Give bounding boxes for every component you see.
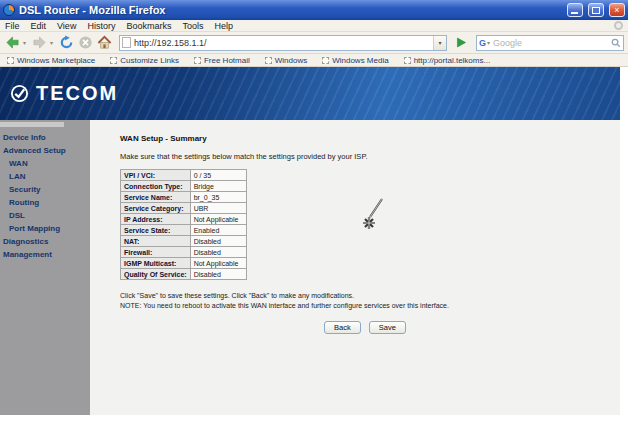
search-box[interactable]: G ▾ bbox=[476, 35, 624, 51]
sidebar-item-port-mapping[interactable]: Port Mapping bbox=[0, 222, 90, 235]
row-label: Service Category: bbox=[121, 203, 191, 214]
bookmark-free-hotmail[interactable]: Free Hotmail bbox=[194, 56, 250, 65]
row-label: Quality Of Service: bbox=[121, 269, 191, 280]
table-row: IP Address:Not Applicable bbox=[121, 214, 247, 225]
reload-icon bbox=[59, 35, 74, 50]
bookmark-icon bbox=[265, 57, 272, 64]
firefox-icon bbox=[3, 4, 15, 16]
browser-window: DSL Router - Mozilla Firefox × File Edit… bbox=[0, 0, 628, 423]
back-dropdown-button[interactable]: ▾ bbox=[23, 39, 29, 46]
menu-history[interactable]: History bbox=[87, 20, 115, 32]
restore-icon bbox=[592, 7, 600, 14]
google-logo-icon: G bbox=[479, 38, 486, 48]
throbber-icon bbox=[614, 21, 623, 30]
row-label: VPI / VCI: bbox=[121, 170, 191, 181]
row-label: IP Address: bbox=[121, 214, 191, 225]
menu-edit[interactable]: Edit bbox=[31, 20, 47, 32]
bookmark-portal-telkoms[interactable]: http://portal.telkoms... bbox=[404, 56, 490, 65]
stop-icon bbox=[78, 35, 93, 50]
back-page-button[interactable]: Back bbox=[324, 321, 361, 334]
table-row: Service Category:UBR bbox=[121, 203, 247, 214]
sidebar-item-device-info[interactable]: Device Info bbox=[0, 131, 90, 144]
bookmark-windows-marketplace[interactable]: Windows Marketplace bbox=[7, 56, 95, 65]
sidebar-item-security[interactable]: Security bbox=[0, 183, 90, 196]
reload-button[interactable] bbox=[58, 34, 75, 51]
bookmark-icon bbox=[110, 57, 117, 64]
table-row: Service State:Enabled bbox=[121, 225, 247, 236]
bookmark-windows-media[interactable]: Windows Media bbox=[322, 56, 388, 65]
table-row: Quality Of Service:Disabled bbox=[121, 269, 247, 280]
row-value: 0 / 35 bbox=[190, 170, 246, 181]
menu-bar: File Edit View History Bookmarks Tools H… bbox=[0, 20, 628, 32]
table-row: NAT:Disabled bbox=[121, 236, 247, 247]
minimize-icon bbox=[571, 12, 578, 14]
forward-button[interactable] bbox=[31, 34, 48, 51]
bookmark-customize-links[interactable]: Customize Links bbox=[110, 56, 179, 65]
sidebar-item-dsl[interactable]: DSL bbox=[0, 209, 90, 222]
row-value: Disabled bbox=[190, 236, 246, 247]
note-line-1: Click "Save" to save these settings. Cli… bbox=[120, 291, 620, 301]
intro-text: Make sure that the settings below match … bbox=[120, 152, 620, 161]
back-arrow-icon bbox=[5, 35, 20, 50]
title-bar: DSL Router - Mozilla Firefox × bbox=[0, 0, 628, 20]
menu-file[interactable]: File bbox=[5, 20, 20, 32]
row-value: Bridge bbox=[190, 181, 246, 192]
url-dropdown-button[interactable]: ▾ bbox=[433, 36, 446, 50]
go-button[interactable] bbox=[453, 34, 470, 51]
bookmark-label: Customize Links bbox=[120, 56, 179, 65]
close-button[interactable]: × bbox=[609, 3, 625, 17]
url-input[interactable] bbox=[134, 38, 433, 48]
page-viewport: TECOM Device Info Advanced Setup WAN LAN… bbox=[0, 67, 620, 415]
sidebar-tab bbox=[0, 122, 64, 127]
row-label: Connection Type: bbox=[121, 181, 191, 192]
row-value: Not Applicable bbox=[190, 214, 246, 225]
row-value: Enabled bbox=[190, 225, 246, 236]
sidebar-item-advanced-setup[interactable]: Advanced Setup bbox=[0, 144, 90, 157]
bookmark-label: Windows Media bbox=[332, 56, 388, 65]
home-icon bbox=[97, 35, 112, 50]
sidebar-item-management[interactable]: Management bbox=[0, 248, 90, 261]
note-line-2: NOTE: You need to reboot to activate thi… bbox=[120, 301, 620, 311]
sidebar-item-routing[interactable]: Routing bbox=[0, 196, 90, 209]
menu-help[interactable]: Help bbox=[214, 20, 233, 32]
table-row: Connection Type:Bridge bbox=[121, 181, 247, 192]
brand-name: TECOM bbox=[36, 82, 118, 105]
row-label: Service Name: bbox=[121, 192, 191, 203]
restore-button[interactable] bbox=[588, 3, 604, 17]
bookmarks-toolbar: Windows Marketplace Customize Links Free… bbox=[0, 54, 628, 67]
minimize-button[interactable] bbox=[567, 3, 583, 17]
address-bar[interactable]: ▾ bbox=[119, 35, 447, 51]
sidebar-item-lan[interactable]: LAN bbox=[0, 170, 90, 183]
row-value: Disabled bbox=[190, 269, 246, 280]
table-row: IGMP Multicast:Not Applicable bbox=[121, 258, 247, 269]
note-text: Click "Save" to save these settings. Cli… bbox=[120, 291, 620, 311]
forward-arrow-icon bbox=[32, 35, 47, 50]
sidebar-item-diagnostics[interactable]: Diagnostics bbox=[0, 235, 90, 248]
bookmark-icon bbox=[7, 57, 14, 64]
save-button[interactable]: Save bbox=[369, 321, 406, 334]
home-button[interactable] bbox=[96, 34, 113, 51]
stop-button[interactable] bbox=[77, 34, 94, 51]
sidebar-item-wan[interactable]: WAN bbox=[0, 157, 90, 170]
row-label: Firewall: bbox=[121, 247, 191, 258]
table-row: Service Name:br_0_35 bbox=[121, 192, 247, 203]
menu-tools[interactable]: Tools bbox=[182, 20, 203, 32]
row-value: br_0_35 bbox=[190, 192, 246, 203]
search-input[interactable] bbox=[493, 38, 611, 48]
back-button[interactable] bbox=[4, 34, 21, 51]
bookmark-label: Free Hotmail bbox=[204, 56, 250, 65]
table-row: Firewall:Disabled bbox=[121, 247, 247, 258]
tecom-logo-icon bbox=[10, 84, 29, 103]
forward-dropdown-button[interactable]: ▾ bbox=[50, 39, 56, 46]
button-row: Back Save bbox=[120, 321, 610, 334]
bookmark-windows[interactable]: Windows bbox=[265, 56, 307, 65]
menu-bookmarks[interactable]: Bookmarks bbox=[126, 20, 171, 32]
row-label: NAT: bbox=[121, 236, 191, 247]
main-content: WAN Setup - Summary Make sure that the s… bbox=[90, 120, 620, 415]
cursor-icon bbox=[358, 195, 392, 235]
bookmark-icon bbox=[404, 57, 411, 64]
row-value: Not Applicable bbox=[190, 258, 246, 269]
menu-view[interactable]: View bbox=[57, 20, 76, 32]
page-body: Device Info Advanced Setup WAN LAN Secur… bbox=[0, 120, 620, 415]
row-value: Disabled bbox=[190, 247, 246, 258]
